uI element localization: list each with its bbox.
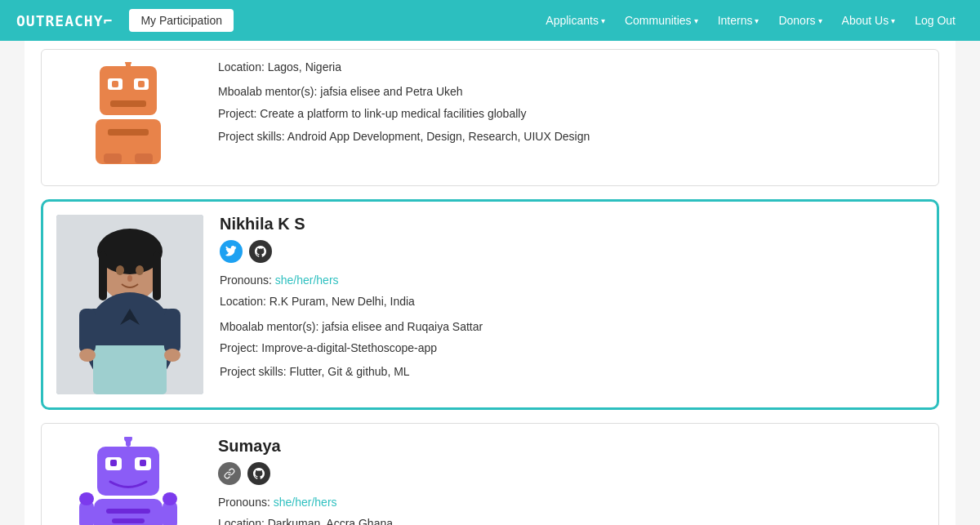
svg-point-26 bbox=[164, 349, 180, 362]
nav-interns[interactable]: Interns ▾ bbox=[710, 9, 768, 32]
interns-dropdown-arrow: ▾ bbox=[755, 16, 759, 25]
main-content: Location: Lagos, Nigeria Mboalab mentor(… bbox=[24, 41, 956, 525]
nikhila-pronouns: Pronouns: she/her/hers bbox=[220, 271, 924, 289]
nav-applicants[interactable]: Applicants ▾ bbox=[537, 9, 613, 32]
svg-rect-11 bbox=[135, 153, 153, 163]
svg-rect-38 bbox=[106, 509, 150, 514]
svg-rect-16 bbox=[99, 251, 107, 300]
donors-dropdown-arrow: ▾ bbox=[818, 16, 822, 25]
card-partial-top: Location: Lagos, Nigeria Mboalab mentor(… bbox=[41, 49, 939, 186]
about-dropdown-arrow: ▾ bbox=[891, 16, 895, 25]
nikhila-pronouns-link[interactable]: she/her/hers bbox=[275, 274, 339, 287]
svg-rect-24 bbox=[164, 309, 180, 354]
svg-point-43 bbox=[163, 492, 177, 505]
sumaya-pronouns: Pronouns: she/her/hers bbox=[218, 493, 925, 511]
svg-rect-39 bbox=[112, 518, 145, 523]
sumaya-location: Location: Darkuman, Accra Ghana bbox=[218, 514, 925, 525]
nikhila-location: Location: R.K Puram, New Delhi, India bbox=[220, 292, 924, 310]
communities-dropdown-arrow: ▾ bbox=[694, 16, 698, 25]
svg-rect-3 bbox=[112, 81, 118, 87]
sumaya-github-icon[interactable] bbox=[247, 462, 270, 485]
card-top-info: Location: Lagos, Nigeria Mboalab mentor(… bbox=[218, 58, 925, 146]
nav-links: Applicants ▾ Communities ▾ Interns ▾ Don… bbox=[537, 9, 964, 32]
sumaya-name: Sumaya bbox=[218, 437, 925, 456]
nikhila-name: Nikhila K S bbox=[220, 215, 924, 234]
twitter-icon[interactable] bbox=[220, 240, 243, 263]
avatar-robot-purple bbox=[55, 437, 202, 525]
mentors-line: Mboalab mentor(s): jafsia elisee and Pet… bbox=[218, 82, 925, 100]
nav-about-us[interactable]: About Us ▾ bbox=[834, 9, 904, 32]
location-line: Location: Lagos, Nigeria bbox=[218, 58, 925, 76]
nikhila-skills: Project skills: Flutter, Git & github, M… bbox=[220, 363, 924, 380]
card-nikhila: Nikhila K S Pronouns: she/her/hers Locat… bbox=[41, 199, 939, 410]
svg-point-31 bbox=[124, 437, 132, 443]
svg-rect-4 bbox=[138, 81, 145, 87]
site-logo: OUTREACHY⌐ bbox=[16, 12, 113, 29]
nikhila-social bbox=[220, 240, 924, 263]
svg-rect-23 bbox=[79, 309, 96, 354]
svg-rect-36 bbox=[140, 460, 146, 466]
nikhila-mentors: Mboalab mentor(s): jafsia elisee and Ruq… bbox=[220, 318, 924, 336]
sumaya-pronouns-link[interactable]: she/her/hers bbox=[274, 496, 337, 509]
sumaya-social bbox=[218, 462, 925, 485]
svg-point-27 bbox=[116, 265, 124, 275]
link-icon[interactable] bbox=[218, 462, 241, 485]
nikhila-project: Project: Improve-a-digital-Stethoscope-a… bbox=[220, 339, 924, 357]
my-participation-button[interactable]: My Participation bbox=[129, 9, 234, 32]
navbar: OUTREACHY⌐ My Participation Applicants ▾… bbox=[0, 0, 980, 41]
project-line: Project: Create a platform to link-up me… bbox=[218, 105, 925, 122]
sumaya-info: Sumaya Pronouns: she/her/hers Location: … bbox=[218, 437, 925, 525]
svg-point-29 bbox=[127, 275, 132, 282]
card-sumaya: Sumaya Pronouns: she/her/hers Location: … bbox=[41, 423, 939, 525]
svg-rect-10 bbox=[104, 153, 122, 163]
svg-rect-0 bbox=[100, 66, 157, 115]
applicants-dropdown-arrow: ▾ bbox=[601, 16, 605, 25]
svg-point-28 bbox=[136, 265, 144, 275]
nav-communities[interactable]: Communities ▾ bbox=[617, 9, 706, 32]
svg-rect-17 bbox=[153, 251, 161, 300]
skills-line: Project skills: Android App Development,… bbox=[218, 127, 925, 145]
avatar-nikhila bbox=[56, 215, 203, 394]
svg-rect-9 bbox=[108, 129, 149, 136]
avatar-robot-orange bbox=[55, 58, 202, 172]
svg-point-42 bbox=[79, 492, 94, 505]
github-icon[interactable] bbox=[249, 240, 272, 263]
nikhila-info: Nikhila K S Pronouns: she/her/hers Locat… bbox=[220, 215, 924, 380]
svg-rect-35 bbox=[110, 460, 117, 466]
nav-donors[interactable]: Donors ▾ bbox=[770, 9, 830, 32]
nav-logout[interactable]: Log Out bbox=[906, 9, 964, 32]
svg-rect-22 bbox=[93, 345, 167, 394]
svg-rect-5 bbox=[110, 100, 146, 107]
svg-point-25 bbox=[79, 349, 96, 362]
